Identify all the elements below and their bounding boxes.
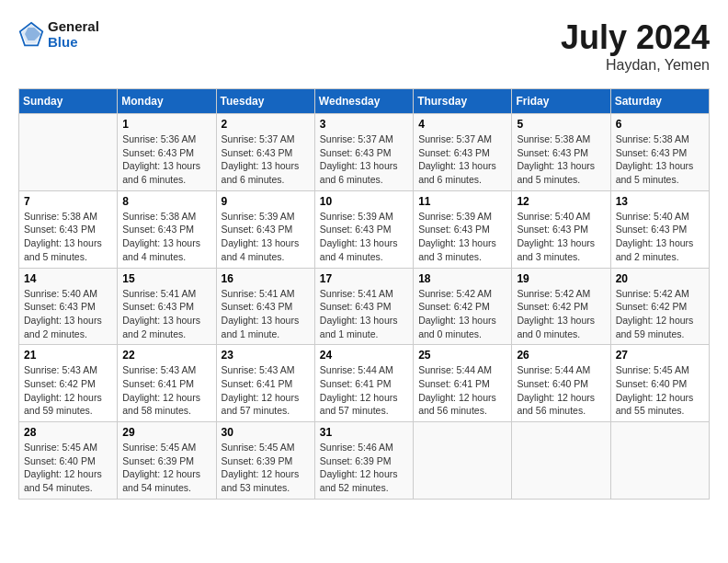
day-info: Sunrise: 5:41 AMSunset: 6:43 PMDaylight:…: [222, 287, 310, 341]
day-info: Sunrise: 5:38 AMSunset: 6:43 PMDaylight:…: [122, 210, 210, 264]
day-info: Sunrise: 5:40 AMSunset: 6:43 PMDaylight:…: [616, 210, 704, 264]
header-day-sunday: Sunday: [19, 89, 118, 114]
calendar-header-row: SundayMondayTuesdayWednesdayThursdayFrid…: [19, 89, 710, 114]
calendar-cell: 17Sunrise: 5:41 AMSunset: 6:43 PMDayligh…: [314, 268, 413, 345]
day-info: Sunrise: 5:42 AMSunset: 6:42 PMDaylight:…: [418, 287, 506, 341]
day-number: 24: [320, 349, 408, 362]
day-info: Sunrise: 5:43 AMSunset: 6:41 PMDaylight:…: [122, 363, 210, 418]
day-info: Sunrise: 5:36 AMSunset: 6:43 PMDaylight:…: [122, 132, 210, 187]
calendar-cell: 6Sunrise: 5:38 AMSunset: 6:43 PMDaylight…: [610, 114, 709, 191]
calendar-cell: 9Sunrise: 5:39 AMSunset: 6:43 PMDaylight…: [216, 190, 314, 268]
calendar-cell: [512, 422, 610, 500]
day-number: 28: [24, 426, 112, 439]
day-number: 18: [418, 272, 506, 285]
calendar-cell: 22Sunrise: 5:43 AMSunset: 6:41 PMDayligh…: [118, 345, 216, 422]
header-day-friday: Friday: [512, 89, 610, 114]
day-info: Sunrise: 5:38 AMSunset: 6:43 PMDaylight:…: [24, 210, 112, 264]
logo-text: General Blue: [48, 18, 99, 50]
day-number: 23: [222, 349, 310, 362]
day-number: 19: [517, 272, 605, 285]
day-number: 10: [320, 195, 408, 208]
day-info: Sunrise: 5:41 AMSunset: 6:43 PMDaylight:…: [320, 287, 408, 341]
day-info: Sunrise: 5:45 AMSunset: 6:40 PMDaylight:…: [616, 363, 704, 418]
day-info: Sunrise: 5:41 AMSunset: 6:43 PMDaylight:…: [122, 287, 210, 341]
day-info: Sunrise: 5:44 AMSunset: 6:41 PMDaylight:…: [320, 363, 408, 418]
day-number: 14: [24, 272, 112, 285]
calendar-cell: 4Sunrise: 5:37 AMSunset: 6:43 PMDaylight…: [414, 114, 512, 191]
day-number: 31: [320, 426, 408, 439]
calendar-cell: 7Sunrise: 5:38 AMSunset: 6:43 PMDaylight…: [19, 190, 118, 268]
calendar-table: SundayMondayTuesdayWednesdayThursdayFrid…: [18, 88, 710, 500]
calendar-cell: 5Sunrise: 5:38 AMSunset: 6:43 PMDaylight…: [512, 114, 610, 191]
title-block: July 2024 Haydan, Yemen: [561, 18, 710, 74]
calendar-cell: 29Sunrise: 5:45 AMSunset: 6:39 PMDayligh…: [118, 422, 216, 500]
logo-icon: [18, 21, 44, 47]
calendar-cell: [19, 114, 118, 191]
header-day-monday: Monday: [118, 89, 216, 114]
calendar-week-row: 14Sunrise: 5:40 AMSunset: 6:43 PMDayligh…: [19, 268, 710, 345]
calendar-cell: [610, 422, 709, 500]
day-number: 9: [222, 195, 310, 208]
day-info: Sunrise: 5:45 AMSunset: 6:39 PMDaylight:…: [222, 441, 310, 495]
day-info: Sunrise: 5:45 AMSunset: 6:40 PMDaylight:…: [24, 441, 112, 495]
calendar-cell: 20Sunrise: 5:42 AMSunset: 6:42 PMDayligh…: [610, 268, 709, 345]
day-info: Sunrise: 5:37 AMSunset: 6:43 PMDaylight:…: [320, 132, 408, 187]
day-number: 13: [616, 195, 704, 208]
calendar-cell: 16Sunrise: 5:41 AMSunset: 6:43 PMDayligh…: [216, 268, 314, 345]
calendar-cell: 13Sunrise: 5:40 AMSunset: 6:43 PMDayligh…: [610, 190, 709, 268]
calendar-cell: 3Sunrise: 5:37 AMSunset: 6:43 PMDaylight…: [314, 114, 413, 191]
location-title: Haydan, Yemen: [561, 57, 710, 74]
month-title: July 2024: [561, 18, 710, 57]
calendar-body: 1Sunrise: 5:36 AMSunset: 6:43 PMDaylight…: [19, 114, 710, 500]
day-number: 2: [222, 118, 310, 131]
day-info: Sunrise: 5:44 AMSunset: 6:40 PMDaylight:…: [517, 363, 605, 418]
day-number: 11: [418, 195, 506, 208]
calendar-week-row: 7Sunrise: 5:38 AMSunset: 6:43 PMDaylight…: [19, 190, 710, 268]
svg-marker-2: [25, 28, 41, 40]
day-info: Sunrise: 5:45 AMSunset: 6:39 PMDaylight:…: [122, 441, 210, 495]
day-info: Sunrise: 5:38 AMSunset: 6:43 PMDaylight:…: [616, 132, 704, 187]
calendar-week-row: 1Sunrise: 5:36 AMSunset: 6:43 PMDaylight…: [19, 114, 710, 191]
header-day-saturday: Saturday: [610, 89, 709, 114]
day-number: 7: [24, 195, 112, 208]
day-info: Sunrise: 5:40 AMSunset: 6:43 PMDaylight:…: [517, 210, 605, 264]
day-info: Sunrise: 5:42 AMSunset: 6:42 PMDaylight:…: [517, 287, 605, 341]
day-number: 20: [616, 272, 704, 285]
day-number: 15: [122, 272, 210, 285]
day-number: 27: [616, 349, 704, 362]
day-number: 8: [122, 195, 210, 208]
calendar-week-row: 28Sunrise: 5:45 AMSunset: 6:40 PMDayligh…: [19, 422, 710, 500]
day-info: Sunrise: 5:46 AMSunset: 6:39 PMDaylight:…: [320, 441, 408, 495]
day-number: 4: [418, 118, 506, 131]
day-number: 16: [222, 272, 310, 285]
calendar-cell: 15Sunrise: 5:41 AMSunset: 6:43 PMDayligh…: [118, 268, 216, 345]
calendar-cell: 31Sunrise: 5:46 AMSunset: 6:39 PMDayligh…: [314, 422, 413, 500]
calendar-cell: 12Sunrise: 5:40 AMSunset: 6:43 PMDayligh…: [512, 190, 610, 268]
day-info: Sunrise: 5:42 AMSunset: 6:42 PMDaylight:…: [616, 287, 704, 341]
day-number: 12: [517, 195, 605, 208]
day-info: Sunrise: 5:39 AMSunset: 6:43 PMDaylight:…: [320, 210, 408, 264]
calendar-cell: [414, 422, 512, 500]
day-info: Sunrise: 5:40 AMSunset: 6:43 PMDaylight:…: [24, 287, 112, 341]
calendar-cell: 14Sunrise: 5:40 AMSunset: 6:43 PMDayligh…: [19, 268, 118, 345]
calendar-cell: 28Sunrise: 5:45 AMSunset: 6:40 PMDayligh…: [19, 422, 118, 500]
calendar-week-row: 21Sunrise: 5:43 AMSunset: 6:42 PMDayligh…: [19, 345, 710, 422]
calendar-cell: 30Sunrise: 5:45 AMSunset: 6:39 PMDayligh…: [216, 422, 314, 500]
day-info: Sunrise: 5:37 AMSunset: 6:43 PMDaylight:…: [418, 132, 506, 187]
day-number: 25: [418, 349, 506, 362]
day-info: Sunrise: 5:39 AMSunset: 6:43 PMDaylight:…: [418, 210, 506, 264]
calendar-cell: 21Sunrise: 5:43 AMSunset: 6:42 PMDayligh…: [19, 345, 118, 422]
calendar-cell: 10Sunrise: 5:39 AMSunset: 6:43 PMDayligh…: [314, 190, 413, 268]
calendar-cell: 18Sunrise: 5:42 AMSunset: 6:42 PMDayligh…: [414, 268, 512, 345]
day-info: Sunrise: 5:43 AMSunset: 6:42 PMDaylight:…: [24, 363, 112, 418]
calendar-cell: 8Sunrise: 5:38 AMSunset: 6:43 PMDaylight…: [118, 190, 216, 268]
calendar-cell: 1Sunrise: 5:36 AMSunset: 6:43 PMDaylight…: [118, 114, 216, 191]
calendar-cell: 26Sunrise: 5:44 AMSunset: 6:40 PMDayligh…: [512, 345, 610, 422]
calendar-cell: 27Sunrise: 5:45 AMSunset: 6:40 PMDayligh…: [610, 345, 709, 422]
day-number: 21: [24, 349, 112, 362]
day-number: 5: [517, 118, 605, 131]
day-number: 3: [320, 118, 408, 131]
page-header: General Blue July 2024 Haydan, Yemen: [18, 18, 710, 74]
day-number: 30: [222, 426, 310, 439]
header-day-wednesday: Wednesday: [314, 89, 413, 114]
